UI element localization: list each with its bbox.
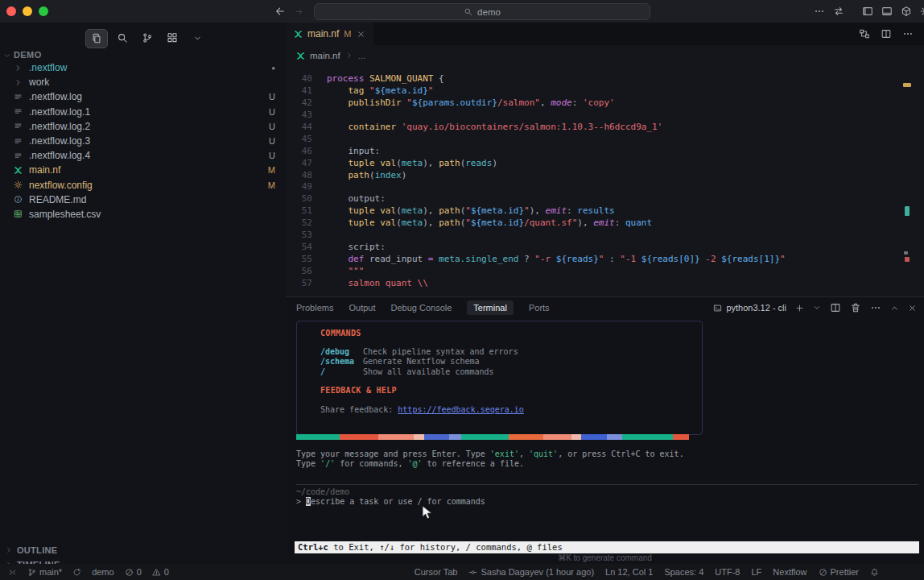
line-number[interactable]: 40 xyxy=(286,73,312,85)
status-item[interactable] xyxy=(8,568,17,577)
more-views-button[interactable] xyxy=(187,29,208,47)
status-item-nextflow[interactable]: Nextflow xyxy=(773,567,806,577)
code-line[interactable]: 40process SALMON_QUANT { xyxy=(286,73,918,85)
close-window-button[interactable] xyxy=(6,6,16,16)
status-item-demo[interactable]: demo xyxy=(92,567,114,577)
panel-tab-debug-console[interactable]: Debug Console xyxy=(391,303,452,313)
close-tab-icon[interactable] xyxy=(357,30,365,39)
code-line[interactable]: 52 tuple val(meta), path("${meta.id}/qua… xyxy=(286,218,918,230)
explorer-files-button[interactable] xyxy=(85,29,108,48)
new-terminal-icon[interactable] xyxy=(795,304,804,313)
line-number[interactable]: 51 xyxy=(286,205,312,218)
customize-layout-icon[interactable] xyxy=(900,6,912,17)
line-number[interactable]: 44 xyxy=(286,122,312,134)
cli-input[interactable]: > Describe a task or use / for commands xyxy=(296,497,485,506)
line-number[interactable]: 52 xyxy=(286,218,312,230)
command-name[interactable]: /debug xyxy=(320,347,363,357)
status-item-sasha[interactable]: Sasha Dagayev (1 hour ago) xyxy=(468,567,594,577)
line-number[interactable]: 53 xyxy=(286,230,312,242)
source-control-button[interactable] xyxy=(137,29,158,47)
code-line[interactable]: 51 tuple val(meta), path("${meta.id}"), … xyxy=(286,205,918,218)
command-center-search[interactable]: demo xyxy=(314,3,650,20)
panel-tab-problems[interactable]: Problems xyxy=(296,303,333,313)
code-line[interactable]: 43 xyxy=(286,110,918,122)
panel-more-icon[interactable] xyxy=(870,302,881,313)
command-name[interactable]: /schema xyxy=(320,357,363,367)
terminal-dropdown-icon[interactable] xyxy=(813,304,821,312)
code-line[interactable]: 46 input: xyxy=(286,146,918,158)
tab-main-nf[interactable]: main.nf M xyxy=(286,23,373,45)
code-line[interactable]: 45 xyxy=(286,134,918,146)
code-line[interactable]: 47 tuple val(meta), path(reads) xyxy=(286,158,918,170)
file-row-work[interactable]: work xyxy=(0,75,286,89)
maximize-panel-icon[interactable] xyxy=(890,304,899,313)
terminal-instance[interactable]: python3.12 - cli xyxy=(713,303,786,313)
minimize-window-button[interactable] xyxy=(23,6,32,16)
line-number[interactable]: 57 xyxy=(286,278,312,290)
code-line[interactable]: 44 container 'quay.io/biocontainers/salm… xyxy=(286,122,918,134)
file-row--nextflow-log-2[interactable]: .nextflow.log.2U xyxy=(0,119,286,134)
back-icon[interactable] xyxy=(274,6,286,17)
line-number[interactable]: 47 xyxy=(286,158,312,170)
line-number[interactable]: 55 xyxy=(286,254,312,266)
status-item-prettier[interactable]: Prettier xyxy=(819,567,859,577)
file-row--nextflow[interactable]: .nextflow● xyxy=(0,60,286,75)
code-line[interactable]: 56 """ xyxy=(286,266,918,278)
code-line[interactable]: 54 script: xyxy=(286,242,918,254)
status-item-lf[interactable]: LF xyxy=(752,567,762,577)
status-item[interactable] xyxy=(870,568,879,577)
status-item-spaces[interactable]: Spaces: 4 xyxy=(664,567,703,577)
status-item-main*[interactable]: main* xyxy=(27,567,62,577)
status-item-ln[interactable]: Ln 12, Col 1 xyxy=(605,567,653,577)
line-number[interactable]: 41 xyxy=(286,85,312,97)
line-number[interactable]: 54 xyxy=(286,242,312,254)
search-button[interactable] xyxy=(112,29,133,47)
sync-layout-icon[interactable] xyxy=(832,6,844,17)
kill-terminal-icon[interactable] xyxy=(850,302,861,313)
forward-icon[interactable] xyxy=(295,7,303,16)
section-chevron-icon[interactable] xyxy=(3,52,11,60)
line-number[interactable]: 46 xyxy=(286,146,312,158)
code-line[interactable]: 42 publishDir "${params.outdir}/salmon",… xyxy=(286,97,918,110)
dag-preview-icon[interactable] xyxy=(859,28,870,39)
line-number[interactable]: 43 xyxy=(286,110,312,122)
code-editor[interactable]: 40process SALMON_QUANT {41 tag "${meta.i… xyxy=(286,66,918,304)
split-editor-icon[interactable] xyxy=(881,28,892,39)
file-row-samplesheet-csv[interactable]: samplesheet.csv xyxy=(0,207,286,222)
file-row--nextflow-log-1[interactable]: .nextflow.log.1U xyxy=(0,105,286,119)
outline-section[interactable]: OUTLINE xyxy=(0,543,286,557)
line-number[interactable]: 48 xyxy=(286,170,312,182)
file-row-readme-md[interactable]: README.md xyxy=(0,193,286,207)
file-row-main-nf[interactable]: main.nfM xyxy=(0,163,286,177)
close-panel-icon[interactable] xyxy=(908,304,917,313)
file-row-nextflow-config[interactable]: nextflow.configM xyxy=(0,178,286,193)
feedback-link[interactable]: https://feedback.seqera.io xyxy=(398,405,524,414)
more-actions-icon[interactable] xyxy=(813,6,825,17)
line-number[interactable]: 49 xyxy=(286,181,312,193)
split-terminal-icon[interactable] xyxy=(830,302,841,313)
line-number[interactable]: 50 xyxy=(286,193,312,205)
line-number[interactable]: 45 xyxy=(286,134,312,146)
panel-tab-terminal[interactable]: Terminal xyxy=(467,300,514,315)
extensions-button[interactable] xyxy=(162,29,183,47)
status-item-cursor[interactable]: Cursor Tab xyxy=(415,567,458,577)
breadcrumb[interactable]: main.nf ... xyxy=(286,45,924,66)
code-line[interactable]: 49 xyxy=(286,181,918,193)
panel-tab-ports[interactable]: Ports xyxy=(529,303,550,313)
code-line[interactable]: 55 def read_input = meta.single_end ? "-… xyxy=(286,254,918,266)
breadcrumb-more[interactable]: ... xyxy=(358,51,366,60)
code-line[interactable]: 57 salmon quant \\ xyxy=(286,278,918,290)
status-item-utf-8[interactable]: UTF-8 xyxy=(715,567,740,577)
status-item-0[interactable]: 0 xyxy=(152,567,169,577)
code-line[interactable]: 50 output: xyxy=(286,193,918,205)
file-row--nextflow-log-4[interactable]: .nextflow.log.4U xyxy=(0,148,286,163)
code-line[interactable]: 41 tag "${meta.id}" xyxy=(286,85,918,97)
file-row--nextflow-log-3[interactable]: .nextflow.log.3U xyxy=(0,134,286,148)
toggle-panel-icon[interactable] xyxy=(881,6,893,17)
line-number[interactable]: 42 xyxy=(286,97,312,110)
zoom-window-button[interactable] xyxy=(39,6,48,16)
explorer-section-title[interactable]: DEMO xyxy=(14,50,42,60)
breadcrumb-file[interactable]: main.nf xyxy=(310,51,340,60)
settings-gear-icon[interactable] xyxy=(919,6,924,17)
line-number[interactable]: 56 xyxy=(286,266,312,278)
